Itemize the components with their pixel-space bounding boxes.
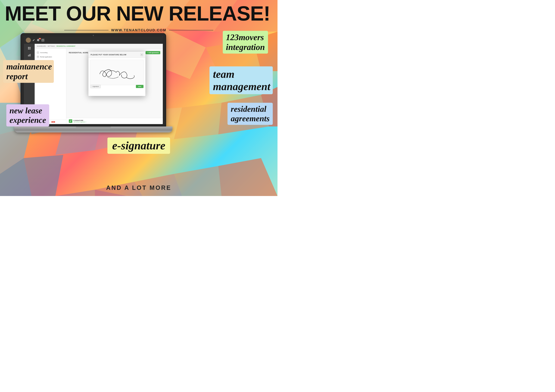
svg-rect-44 [30,54,30,57]
laptop-notch [76,127,111,129]
team-new-badge: new [51,121,55,123]
modal-close-button[interactable]: ✕ [140,53,143,56]
signature-drawing [90,60,143,85]
app-main: $ Accounting Rental application Categori… [35,49,163,124]
laptop-camera [93,35,94,36]
title-line-left [64,30,109,30]
svg-text:$: $ [38,52,38,53]
maintenance-line2: report [6,71,28,81]
pen-icon [69,120,72,122]
breadcrumb-current: RESIDENTIAL AGREEMENT [57,45,75,47]
svg-rect-38 [28,47,29,48]
add-agreement-button[interactable]: + Add agreement [146,51,160,54]
app-topbar: 77 [24,36,163,44]
title-line-right [169,30,213,30]
callout-team: team management [210,66,273,94]
svg-rect-43 [29,54,29,57]
breadcrumb-sep2: › [55,45,56,47]
svg-rect-42 [28,55,29,57]
movers-line1: 123movers [226,33,264,42]
panel-label-rental: Rental application [40,56,52,58]
callout-esignature: e-signature [107,137,170,154]
laptop: 77 DASHBOARD › SETTINGS › RESIDENTIAL AG… [21,33,171,153]
esig-link[interactable]: edit default signature > [73,121,86,123]
callout-movers: 123movers integration [223,31,268,54]
notification-count: 77 [39,38,41,39]
calendar-svg [42,39,44,41]
main-title: MEET OUR NEW RELEASE! [5,3,273,24]
svg-point-33 [27,41,30,43]
signature-modal: PLEASE PUT YOUR SIGNATURE BELOW ✕ [88,52,145,96]
residential-line1: residential [231,105,266,114]
notification-bell[interactable]: 77 [37,39,40,42]
panel-item-accounting[interactable]: $ Accounting [35,50,66,55]
breadcrumb-sep1: › [46,45,47,47]
lease-line1: new lease [9,106,42,115]
callout-maintenance: maintanence report [3,60,54,83]
callout-lease: new lease experience [6,104,49,127]
breadcrumb: DASHBOARD › SETTINGS › RESIDENTIAL AGREE… [35,44,163,49]
esig-icon [69,119,72,123]
sidebar-icon-chart[interactable] [26,52,32,58]
lease-line2: experience [9,115,46,125]
panel-item-rental[interactable]: Rental application [35,55,66,59]
team-line1: team [213,68,234,80]
website-url: WWW.TENANTCLOUD.COM [111,28,166,32]
signature-canvas[interactable] [90,60,144,85]
breadcrumb-settings[interactable]: SETTINGS [48,45,55,47]
callout-residential: residential agreements [227,103,273,125]
accounting-icon: $ [37,51,39,54]
save-signature-button[interactable]: save [136,85,144,88]
edit-icon [32,39,35,41]
esig-callout-text: e-signature [112,139,165,152]
svg-point-32 [27,38,29,41]
maintenance-line1: maintanence [6,62,52,71]
clear-signature-button[interactable]: r signature [90,85,101,88]
svg-rect-40 [28,48,29,50]
esig-info: E-SIGNATURE edit default signature > [73,120,86,123]
rental-icon [37,56,39,58]
svg-rect-39 [29,47,30,48]
panel-label-accounting: Accounting [40,52,47,53]
svg-marker-30 [174,166,221,196]
residential-line2: agreements [231,114,270,123]
esig-section: E-SIGNATURE edit default signature > [66,118,163,124]
calendar-icon[interactable] [41,39,44,42]
user-avatar [26,38,31,43]
svg-rect-34 [42,39,44,41]
esig-label: E-SIGNATURE [73,120,86,121]
modal-header: PLEASE PUT YOUR SIGNATURE BELOW ✕ [88,52,145,58]
modal-title: PLEASE PUT YOUR SIGNATURE BELOW [91,54,126,56]
svg-rect-41 [29,48,30,50]
and-more-text: AND A LOT MORE [0,185,278,191]
right-content: RESIDENTIAL AGREEMENT + Add agreement PL… [66,49,163,124]
laptop-base [14,127,172,132]
modal-body: r signature save [88,58,145,89]
breadcrumb-dashboard[interactable]: DASHBOARD [37,45,46,47]
modal-footer: r signature save [88,84,145,89]
team-line2: management [213,80,270,93]
sidebar-icon-grid[interactable] [26,45,32,51]
movers-line2: integration [226,42,265,52]
